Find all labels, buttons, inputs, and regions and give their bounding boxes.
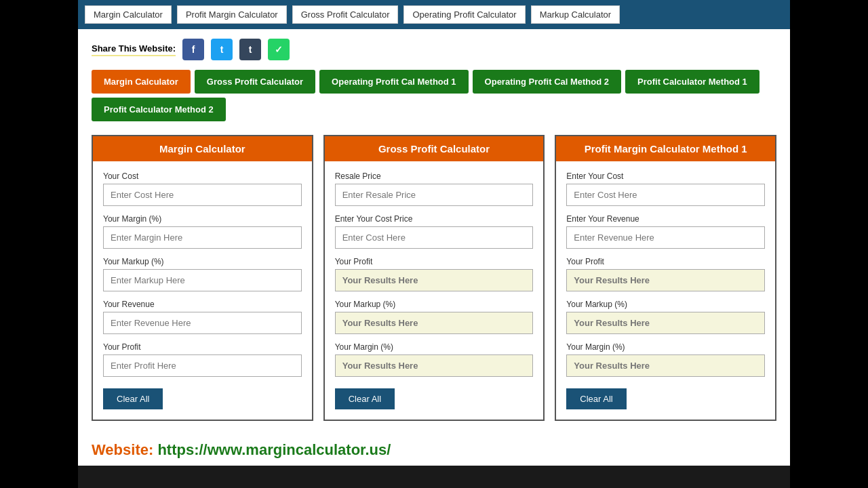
top-nav-margin[interactable]: Margin Calculator [85, 5, 172, 24]
gp-margin-field-group: Your Margin (%) [335, 342, 534, 377]
gp-profit-field-group: Your Profit [335, 257, 534, 291]
top-nav-profit-margin[interactable]: Profit Margin Calculator [177, 5, 287, 24]
margin-calculator-title: Margin Calculator [93, 136, 312, 161]
pm-profit-result [566, 269, 765, 291]
top-nav-operating-profit[interactable]: Operating Profit Calculator [403, 5, 525, 24]
resale-field-group: Resale Price [335, 171, 534, 206]
pm-markup-field-group: Your Markup (%) [566, 300, 765, 334]
pm-cost-field-group: Enter Your Cost [566, 171, 765, 206]
pm-markup-result [566, 312, 765, 334]
cost-label: Your Cost [103, 171, 302, 181]
tumblr-share-button[interactable]: t [239, 39, 261, 60]
gp-cost-input[interactable] [335, 226, 534, 249]
gross-profit-calculator-body: Resale Price Enter Your Cost Price Your … [325, 171, 544, 377]
revenue-field-group: Your Revenue [103, 300, 302, 334]
pm-cost-input[interactable] [566, 184, 765, 206]
margin-calculator-card: Margin Calculator Your Cost Your Margin … [92, 135, 313, 421]
twitter-share-button[interactable]: t [211, 39, 233, 60]
profit-label: Your Profit [103, 342, 302, 352]
calculators-row: Margin Calculator Your Cost Your Margin … [78, 128, 790, 434]
whatsapp-share-button[interactable]: ✓ [268, 39, 290, 60]
calc-nav-profit-1[interactable]: Profit Calculator Method 1 [625, 70, 760, 94]
main-content: Margin Calculator Profit Margin Calculat… [78, 0, 790, 466]
pm-margin-result [566, 354, 765, 377]
gross-profit-clear-button[interactable]: Clear All [335, 388, 395, 409]
gp-profit-result [335, 269, 534, 291]
pm-revenue-label: Enter Your Revenue [566, 214, 765, 224]
share-label: Share This Website: [92, 43, 176, 56]
facebook-share-button[interactable]: f [182, 39, 204, 60]
resale-label: Resale Price [335, 171, 534, 181]
markup-label: Your Markup (%) [103, 257, 302, 266]
gp-markup-field-group: Your Markup (%) [335, 300, 534, 334]
calc-nav-gross-profit[interactable]: Gross Profit Calculator [195, 70, 315, 94]
profit-margin-clear-button[interactable]: Clear All [566, 388, 626, 409]
footer-url: https://www.margincalculator.us/ [157, 441, 391, 458]
pm-cost-label: Enter Your Cost [566, 171, 765, 181]
markup-field-group: Your Markup (%) [103, 257, 302, 291]
margin-input[interactable] [103, 226, 302, 249]
margin-label: Your Margin (%) [103, 214, 302, 224]
calc-nav-operating-1[interactable]: Operating Profit Cal Method 1 [319, 70, 468, 94]
gross-profit-calculator-title: Gross Profit Calculator [325, 136, 544, 161]
profit-margin-calculator-card: Profit Margin Calculator Method 1 Enter … [555, 135, 776, 421]
calc-nav-profit-2[interactable]: Profit Calculator Method 2 [92, 98, 226, 121]
markup-input[interactable] [103, 269, 302, 291]
gp-markup-result [335, 312, 534, 334]
footer-website-label: Website: [92, 441, 153, 458]
margin-field-group: Your Margin (%) [103, 214, 302, 249]
profit-input[interactable] [103, 354, 302, 377]
gp-cost-field-group: Enter Your Cost Price [335, 214, 534, 249]
cost-field-group: Your Cost [103, 171, 302, 206]
gp-markup-label: Your Markup (%) [335, 300, 534, 309]
gp-profit-label: Your Profit [335, 257, 534, 266]
revenue-label: Your Revenue [103, 300, 302, 309]
right-sidebar [790, 0, 868, 488]
calc-nav-operating-2[interactable]: Operating Profit Cal Method 2 [473, 70, 621, 94]
share-row: Share This Website: f t t ✓ [78, 29, 790, 70]
footer: Website: https://www.margincalculator.us… [78, 434, 790, 466]
gp-cost-label: Enter Your Cost Price [335, 214, 534, 224]
pm-revenue-field-group: Enter Your Revenue [566, 214, 765, 249]
pm-profit-field-group: Your Profit [566, 257, 765, 291]
margin-clear-button[interactable]: Clear All [103, 388, 163, 409]
pm-margin-label: Your Margin (%) [566, 342, 765, 352]
resale-input[interactable] [335, 184, 534, 206]
pm-profit-label: Your Profit [566, 257, 765, 266]
pm-revenue-input[interactable] [566, 226, 765, 249]
cost-input[interactable] [103, 184, 302, 206]
margin-calculator-body: Your Cost Your Margin (%) Your Markup (%… [93, 171, 312, 377]
revenue-input[interactable] [103, 312, 302, 334]
pm-margin-field-group: Your Margin (%) [566, 342, 765, 377]
profit-margin-calculator-title: Profit Margin Calculator Method 1 [556, 136, 775, 161]
gp-margin-label: Your Margin (%) [335, 342, 534, 352]
top-nav-markup[interactable]: Markup Calculator [531, 5, 620, 24]
pm-markup-label: Your Markup (%) [566, 300, 765, 309]
gp-margin-result [335, 354, 534, 377]
calculator-navigation: Margin Calculator Gross Profit Calculato… [78, 70, 790, 128]
top-navigation: Margin Calculator Profit Margin Calculat… [78, 0, 790, 29]
profit-field-group: Your Profit [103, 342, 302, 377]
gross-profit-calculator-card: Gross Profit Calculator Resale Price Ent… [323, 135, 545, 421]
left-sidebar [0, 0, 78, 488]
profit-margin-calculator-body: Enter Your Cost Enter Your Revenue Your … [556, 171, 775, 377]
top-nav-gross-profit[interactable]: Gross Profit Calculator [292, 5, 399, 24]
calc-nav-margin[interactable]: Margin Calculator [92, 70, 191, 94]
